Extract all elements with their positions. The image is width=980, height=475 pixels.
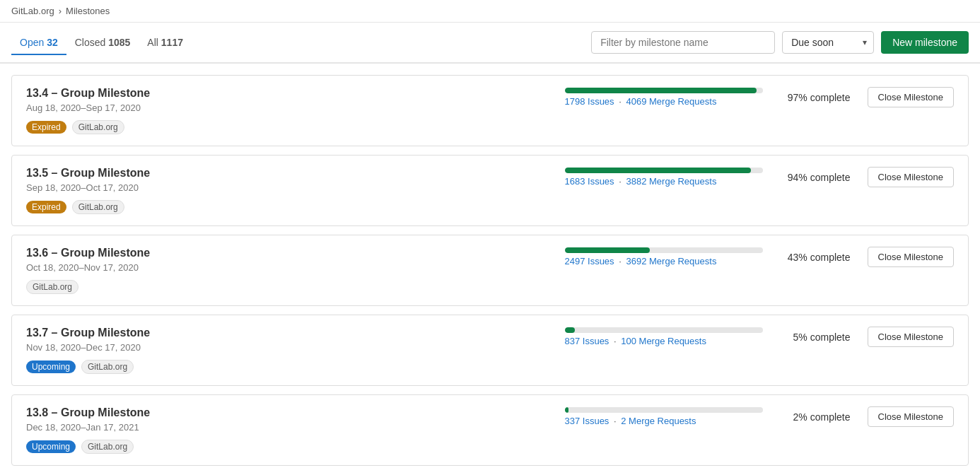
milestone-left-13-5: 13.5 – Group Milestone Sep 18, 2020–Oct … xyxy=(26,167,551,214)
badge-row: UpcomingGitLab.org xyxy=(26,440,551,454)
close-milestone-button[interactable]: Close Milestone xyxy=(868,247,955,267)
issues-link[interactable]: 1683 Issues xyxy=(565,176,614,187)
milestone-card-13-8: 13.8 – Group Milestone Dec 18, 2020–Jan … xyxy=(11,394,969,466)
progress-bar-outer xyxy=(565,88,763,93)
merge-requests-link[interactable]: 4069 Merge Requests xyxy=(626,96,716,107)
milestone-card-13-4: 13.4 – Group Milestone Aug 18, 2020–Sep … xyxy=(11,75,969,146)
milestone-card-13-5: 13.5 – Group Milestone Sep 18, 2020–Oct … xyxy=(11,155,969,226)
progress-percent: 97% complete xyxy=(780,92,851,103)
milestone-right-13-5: 1683 Issues · 3882 Merge Requests 94% co… xyxy=(565,167,955,187)
progress-bar-inner xyxy=(565,168,751,173)
milestone-left-13-8: 13.8 – Group Milestone Dec 18, 2020–Jan … xyxy=(26,406,551,454)
brand-label: GitLab.org xyxy=(11,6,54,16)
progress-links: 2497 Issues · 3692 Merge Requests xyxy=(565,256,717,266)
milestone-title[interactable]: 13.4 – Group Milestone xyxy=(26,87,551,100)
milestone-date: Nov 18, 2020–Dec 17, 2020 xyxy=(26,342,551,353)
milestone-date: Oct 18, 2020–Nov 17, 2020 xyxy=(26,262,551,273)
badge-upcoming: Upcoming xyxy=(26,440,76,453)
progress-section: 837 Issues · 100 Merge Requests xyxy=(565,327,763,346)
progress-bar-outer xyxy=(565,168,763,173)
progress-bar-outer xyxy=(565,327,763,333)
badge-expired: Expired xyxy=(26,201,66,213)
milestone-title[interactable]: 13.7 – Group Milestone xyxy=(26,327,551,339)
merge-requests-link[interactable]: 100 Merge Requests xyxy=(621,336,706,346)
dot-separator: · xyxy=(619,176,622,187)
milestone-title[interactable]: 13.5 – Group Milestone xyxy=(26,167,551,180)
milestone-card-13-7: 13.7 – Group Milestone Nov 18, 2020–Dec … xyxy=(11,315,969,386)
right-controls: Due soon Due later Start soon Start late… xyxy=(591,31,969,54)
milestone-right-13-6: 2497 Issues · 3692 Merge Requests 43% co… xyxy=(565,247,955,267)
progress-section: 2497 Issues · 3692 Merge Requests xyxy=(565,247,763,266)
badge-group: GitLab.org xyxy=(72,200,124,214)
milestone-right-13-4: 1798 Issues · 4069 Merge Requests 97% co… xyxy=(565,87,955,107)
progress-bar-outer xyxy=(565,247,763,253)
badge-expired: Expired xyxy=(26,121,66,134)
dot-separator: · xyxy=(619,256,622,266)
tab-closed[interactable]: Closed 1085 xyxy=(66,31,139,55)
progress-bar-inner xyxy=(565,247,650,253)
badge-row: GitLab.org xyxy=(26,280,551,294)
milestone-date: Sep 18, 2020–Oct 17, 2020 xyxy=(26,182,551,193)
sort-select[interactable]: Due soon Due later Start soon Start late… xyxy=(782,31,874,54)
badge-group: GitLab.org xyxy=(81,360,134,374)
tab-all-label: All xyxy=(147,37,158,48)
close-milestone-button[interactable]: Close Milestone xyxy=(868,327,955,347)
progress-percent: 5% complete xyxy=(780,332,851,343)
milestone-card-13-6: 13.6 – Group Milestone Oct 18, 2020–Nov … xyxy=(11,235,969,306)
progress-section: 337 Issues · 2 Merge Requests xyxy=(565,407,763,426)
page-title: Milestones xyxy=(66,6,110,16)
issues-link[interactable]: 837 Issues xyxy=(565,336,609,346)
progress-links: 1683 Issues · 3882 Merge Requests xyxy=(565,176,717,187)
close-milestone-button[interactable]: Close Milestone xyxy=(868,87,955,107)
badge-row: UpcomingGitLab.org xyxy=(26,360,551,374)
milestone-filter-input[interactable] xyxy=(591,31,775,54)
badge-group: GitLab.org xyxy=(81,440,134,454)
breadcrumb-separator: › xyxy=(59,6,62,16)
tab-all[interactable]: All 1117 xyxy=(139,31,192,55)
tab-closed-label: Closed xyxy=(75,37,106,48)
milestone-date: Dec 18, 2020–Jan 17, 2021 xyxy=(26,422,551,433)
progress-percent: 2% complete xyxy=(780,411,851,423)
new-milestone-button[interactable]: New milestone xyxy=(881,31,969,54)
milestone-title[interactable]: 13.6 – Group Milestone xyxy=(26,247,551,259)
tab-closed-count: 1085 xyxy=(108,37,130,48)
merge-requests-link[interactable]: 3692 Merge Requests xyxy=(626,256,716,266)
badge-row: ExpiredGitLab.org xyxy=(26,120,551,134)
badge-group: GitLab.org xyxy=(72,120,124,134)
milestone-title[interactable]: 13.8 – Group Milestone xyxy=(26,406,551,419)
close-milestone-button[interactable]: Close Milestone xyxy=(868,406,955,427)
progress-bar-inner xyxy=(565,327,575,333)
badge-upcoming: Upcoming xyxy=(26,360,76,373)
tab-all-count: 1117 xyxy=(161,37,183,48)
tab-open[interactable]: Open 32 xyxy=(11,31,66,55)
merge-requests-link[interactable]: 2 Merge Requests xyxy=(621,416,696,426)
issues-link[interactable]: 337 Issues xyxy=(565,416,609,426)
merge-requests-link[interactable]: 3882 Merge Requests xyxy=(626,176,716,187)
dot-separator: · xyxy=(614,416,617,426)
progress-percent: 94% complete xyxy=(780,172,851,183)
progress-bar-outer xyxy=(565,407,763,413)
progress-bar-inner xyxy=(565,407,569,413)
close-milestone-button[interactable]: Close Milestone xyxy=(868,167,955,187)
milestone-left-13-6: 13.6 – Group Milestone Oct 18, 2020–Nov … xyxy=(26,247,551,294)
badge-row: ExpiredGitLab.org xyxy=(26,200,551,214)
dot-separator: · xyxy=(619,96,622,107)
milestone-left-13-4: 13.4 – Group Milestone Aug 18, 2020–Sep … xyxy=(26,87,551,134)
tab-open-count: 32 xyxy=(47,37,58,48)
milestone-right-13-8: 337 Issues · 2 Merge Requests 2% complet… xyxy=(565,406,955,427)
milestone-right-13-7: 837 Issues · 100 Merge Requests 5% compl… xyxy=(565,327,955,347)
tab-open-label: Open xyxy=(20,37,44,48)
progress-section: 1798 Issues · 4069 Merge Requests xyxy=(565,88,763,107)
tabs-container: Open 32 Closed 1085 All 1117 xyxy=(11,31,591,54)
progress-links: 837 Issues · 100 Merge Requests xyxy=(565,336,706,346)
progress-section: 1683 Issues · 3882 Merge Requests xyxy=(565,168,763,187)
progress-links: 1798 Issues · 4069 Merge Requests xyxy=(565,96,717,107)
progress-bar-inner xyxy=(565,88,757,93)
issues-link[interactable]: 2497 Issues xyxy=(565,256,614,266)
issues-link[interactable]: 1798 Issues xyxy=(565,96,614,107)
milestone-list: 13.4 – Group Milestone Aug 18, 2020–Sep … xyxy=(0,64,980,475)
milestone-left-13-7: 13.7 – Group Milestone Nov 18, 2020–Dec … xyxy=(26,327,551,374)
badge-group: GitLab.org xyxy=(26,280,78,294)
milestone-date: Aug 18, 2020–Sep 17, 2020 xyxy=(26,102,551,113)
dot-separator: · xyxy=(614,336,617,346)
